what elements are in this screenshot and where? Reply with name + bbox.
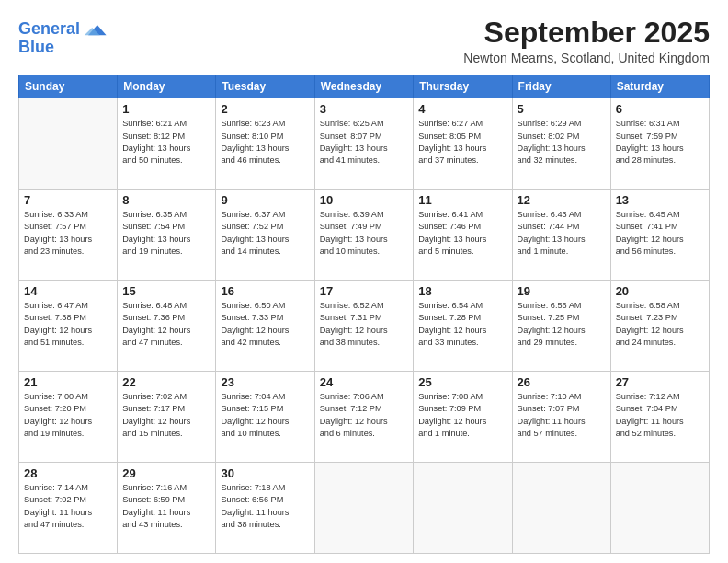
header: General Blue September 2025 Newton Mearn… bbox=[18, 17, 710, 65]
weekday-header-row: SundayMondayTuesdayWednesdayThursdayFrid… bbox=[19, 75, 710, 98]
calendar-cell: 3Sunrise: 6:25 AM Sunset: 8:07 PM Daylig… bbox=[314, 98, 414, 190]
day-info: Sunrise: 7:08 AM Sunset: 7:09 PM Dayligh… bbox=[418, 391, 506, 440]
weekday-header: Sunday bbox=[19, 75, 118, 98]
calendar-cell: 11Sunrise: 6:41 AM Sunset: 7:46 PM Dayli… bbox=[414, 190, 512, 281]
day-info: Sunrise: 6:50 AM Sunset: 7:33 PM Dayligh… bbox=[221, 300, 309, 349]
logo-icon bbox=[82, 17, 108, 42]
calendar-cell: 19Sunrise: 6:56 AM Sunset: 7:25 PM Dayli… bbox=[512, 281, 610, 372]
weekday-header: Thursday bbox=[414, 75, 512, 98]
calendar-cell: 22Sunrise: 7:02 AM Sunset: 7:17 PM Dayli… bbox=[118, 372, 216, 463]
calendar-week-row: 7Sunrise: 6:33 AM Sunset: 7:57 PM Daylig… bbox=[19, 190, 710, 281]
calendar-cell: 27Sunrise: 7:12 AM Sunset: 7:04 PM Dayli… bbox=[610, 372, 709, 463]
calendar-cell: 15Sunrise: 6:48 AM Sunset: 7:36 PM Dayli… bbox=[118, 281, 216, 372]
calendar-cell: 20Sunrise: 6:58 AM Sunset: 7:23 PM Dayli… bbox=[610, 281, 709, 372]
day-info: Sunrise: 6:33 AM Sunset: 7:57 PM Dayligh… bbox=[24, 209, 112, 258]
month-title: September 2025 bbox=[463, 17, 710, 49]
day-number: 14 bbox=[24, 284, 112, 298]
title-block: September 2025 Newton Mearns, Scotland, … bbox=[463, 17, 710, 65]
day-info: Sunrise: 7:00 AM Sunset: 7:20 PM Dayligh… bbox=[24, 391, 112, 440]
day-number: 15 bbox=[122, 284, 210, 298]
day-number: 12 bbox=[518, 193, 606, 207]
calendar-cell: 17Sunrise: 6:52 AM Sunset: 7:31 PM Dayli… bbox=[314, 281, 414, 372]
day-info: Sunrise: 6:25 AM Sunset: 8:07 PM Dayligh… bbox=[320, 118, 409, 167]
calendar-cell: 5Sunrise: 6:29 AM Sunset: 8:02 PM Daylig… bbox=[512, 98, 610, 190]
day-info: Sunrise: 6:52 AM Sunset: 7:31 PM Dayligh… bbox=[320, 300, 409, 349]
day-info: Sunrise: 6:58 AM Sunset: 7:23 PM Dayligh… bbox=[616, 300, 704, 349]
day-number: 28 bbox=[24, 466, 112, 480]
calendar-cell: 2Sunrise: 6:23 AM Sunset: 8:10 PM Daylig… bbox=[216, 98, 314, 190]
day-number: 1 bbox=[122, 102, 210, 116]
weekday-header: Monday bbox=[118, 75, 216, 98]
day-number: 26 bbox=[518, 375, 606, 389]
calendar-cell bbox=[610, 463, 709, 554]
calendar-cell: 18Sunrise: 6:54 AM Sunset: 7:28 PM Dayli… bbox=[414, 281, 512, 372]
day-info: Sunrise: 7:04 AM Sunset: 7:15 PM Dayligh… bbox=[221, 391, 309, 440]
day-number: 21 bbox=[24, 375, 112, 389]
calendar-cell: 21Sunrise: 7:00 AM Sunset: 7:20 PM Dayli… bbox=[19, 372, 118, 463]
day-number: 7 bbox=[24, 193, 112, 207]
calendar-cell: 23Sunrise: 7:04 AM Sunset: 7:15 PM Dayli… bbox=[216, 372, 314, 463]
day-number: 5 bbox=[518, 102, 606, 116]
calendar-table: SundayMondayTuesdayWednesdayThursdayFrid… bbox=[18, 75, 710, 554]
day-info: Sunrise: 6:41 AM Sunset: 7:46 PM Dayligh… bbox=[418, 209, 506, 258]
day-info: Sunrise: 7:16 AM Sunset: 6:59 PM Dayligh… bbox=[122, 482, 210, 531]
calendar-cell: 13Sunrise: 6:45 AM Sunset: 7:41 PM Dayli… bbox=[610, 190, 709, 281]
day-info: Sunrise: 7:12 AM Sunset: 7:04 PM Dayligh… bbox=[616, 391, 704, 440]
calendar-cell: 4Sunrise: 6:27 AM Sunset: 8:05 PM Daylig… bbox=[414, 98, 512, 190]
calendar-cell: 10Sunrise: 6:39 AM Sunset: 7:49 PM Dayli… bbox=[314, 190, 414, 281]
subtitle: Newton Mearns, Scotland, United Kingdom bbox=[463, 51, 710, 65]
day-info: Sunrise: 6:43 AM Sunset: 7:44 PM Dayligh… bbox=[518, 209, 606, 258]
day-number: 3 bbox=[320, 102, 409, 116]
day-number: 23 bbox=[221, 375, 309, 389]
calendar-cell: 1Sunrise: 6:21 AM Sunset: 8:12 PM Daylig… bbox=[118, 98, 216, 190]
calendar-cell: 12Sunrise: 6:43 AM Sunset: 7:44 PM Dayli… bbox=[512, 190, 610, 281]
day-info: Sunrise: 6:35 AM Sunset: 7:54 PM Dayligh… bbox=[122, 209, 210, 258]
calendar-cell: 6Sunrise: 6:31 AM Sunset: 7:59 PM Daylig… bbox=[610, 98, 709, 190]
calendar-cell bbox=[414, 463, 512, 554]
calendar-cell: 28Sunrise: 7:14 AM Sunset: 7:02 PM Dayli… bbox=[19, 463, 118, 554]
day-number: 6 bbox=[616, 102, 704, 116]
day-info: Sunrise: 6:56 AM Sunset: 7:25 PM Dayligh… bbox=[518, 300, 606, 349]
day-number: 22 bbox=[122, 375, 210, 389]
day-info: Sunrise: 6:31 AM Sunset: 7:59 PM Dayligh… bbox=[616, 118, 704, 167]
weekday-header: Tuesday bbox=[216, 75, 314, 98]
calendar-cell: 30Sunrise: 7:18 AM Sunset: 6:56 PM Dayli… bbox=[216, 463, 314, 554]
logo: General Blue bbox=[18, 17, 108, 57]
calendar-cell: 29Sunrise: 7:16 AM Sunset: 6:59 PM Dayli… bbox=[118, 463, 216, 554]
day-info: Sunrise: 6:27 AM Sunset: 8:05 PM Dayligh… bbox=[418, 118, 506, 167]
day-number: 24 bbox=[320, 375, 409, 389]
day-number: 16 bbox=[221, 284, 309, 298]
day-number: 2 bbox=[221, 102, 309, 116]
day-info: Sunrise: 6:48 AM Sunset: 7:36 PM Dayligh… bbox=[122, 300, 210, 349]
day-info: Sunrise: 6:29 AM Sunset: 8:02 PM Dayligh… bbox=[518, 118, 606, 167]
weekday-header: Wednesday bbox=[314, 75, 414, 98]
logo-blue-text: Blue bbox=[18, 39, 54, 57]
day-number: 8 bbox=[122, 193, 210, 207]
day-info: Sunrise: 7:14 AM Sunset: 7:02 PM Dayligh… bbox=[24, 482, 112, 531]
day-number: 17 bbox=[320, 284, 409, 298]
day-number: 19 bbox=[518, 284, 606, 298]
day-info: Sunrise: 6:21 AM Sunset: 8:12 PM Dayligh… bbox=[122, 118, 210, 167]
calendar-cell: 7Sunrise: 6:33 AM Sunset: 7:57 PM Daylig… bbox=[19, 190, 118, 281]
day-number: 10 bbox=[320, 193, 409, 207]
day-number: 25 bbox=[418, 375, 506, 389]
calendar-cell bbox=[512, 463, 610, 554]
calendar-cell: 24Sunrise: 7:06 AM Sunset: 7:12 PM Dayli… bbox=[314, 372, 414, 463]
day-info: Sunrise: 6:37 AM Sunset: 7:52 PM Dayligh… bbox=[221, 209, 309, 258]
day-info: Sunrise: 7:06 AM Sunset: 7:12 PM Dayligh… bbox=[320, 391, 409, 440]
calendar-cell: 14Sunrise: 6:47 AM Sunset: 7:38 PM Dayli… bbox=[19, 281, 118, 372]
page: General Blue September 2025 Newton Mearn… bbox=[0, 0, 728, 563]
logo-text: General bbox=[18, 20, 80, 39]
calendar-cell: 25Sunrise: 7:08 AM Sunset: 7:09 PM Dayli… bbox=[414, 372, 512, 463]
calendar-week-row: 14Sunrise: 6:47 AM Sunset: 7:38 PM Dayli… bbox=[19, 281, 710, 372]
day-info: Sunrise: 7:02 AM Sunset: 7:17 PM Dayligh… bbox=[122, 391, 210, 440]
day-info: Sunrise: 6:45 AM Sunset: 7:41 PM Dayligh… bbox=[616, 209, 704, 258]
day-number: 30 bbox=[221, 466, 309, 480]
day-info: Sunrise: 7:10 AM Sunset: 7:07 PM Dayligh… bbox=[518, 391, 606, 440]
weekday-header: Friday bbox=[512, 75, 610, 98]
day-number: 27 bbox=[616, 375, 704, 389]
day-number: 11 bbox=[418, 193, 506, 207]
day-info: Sunrise: 6:23 AM Sunset: 8:10 PM Dayligh… bbox=[221, 118, 309, 167]
calendar-cell: 16Sunrise: 6:50 AM Sunset: 7:33 PM Dayli… bbox=[216, 281, 314, 372]
day-info: Sunrise: 7:18 AM Sunset: 6:56 PM Dayligh… bbox=[221, 482, 309, 531]
